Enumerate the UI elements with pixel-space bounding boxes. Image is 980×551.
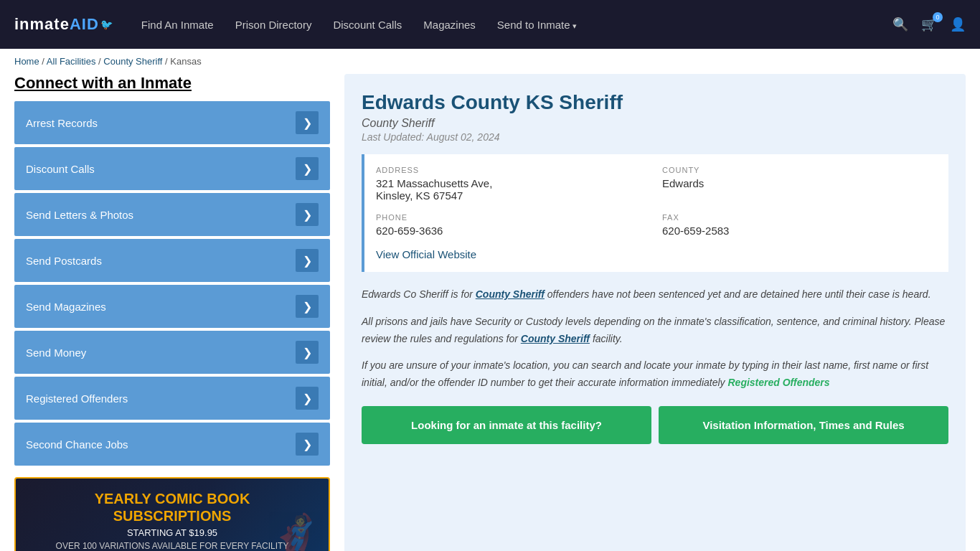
fax-label: FAX bbox=[662, 213, 937, 222]
chevron-right-icon: ❯ bbox=[296, 295, 319, 318]
visitation-button[interactable]: Visitation Information, Times and Rules bbox=[659, 406, 948, 444]
sidebar-item-label: Arrest Records bbox=[26, 117, 98, 129]
chevron-right-icon: ❯ bbox=[296, 433, 319, 456]
sidebar-title: Connect with an Inmate bbox=[14, 74, 330, 93]
fax-block: FAX 620-659-2583 bbox=[662, 213, 937, 237]
logo[interactable]: inmateAID 🐦 bbox=[14, 15, 113, 34]
chevron-right-icon: ❯ bbox=[296, 387, 319, 410]
sidebar: Connect with an Inmate Arrest Records ❯ … bbox=[14, 74, 330, 551]
ad-banner[interactable]: YEARLY COMIC BOOKSUBSCRIPTIONS STARTING … bbox=[14, 477, 330, 551]
nav-send-to-inmate[interactable]: Send to Inmate bbox=[497, 19, 577, 31]
sidebar-item-send-magazines[interactable]: Send Magazines ❯ bbox=[14, 285, 330, 328]
nav-prison-directory[interactable]: Prison Directory bbox=[235, 19, 312, 31]
chevron-right-icon: ❯ bbox=[296, 203, 319, 226]
nav-discount-calls[interactable]: Discount Calls bbox=[333, 19, 402, 31]
sidebar-item-label: Send Money bbox=[26, 347, 86, 359]
facility-title: Edwards County KS Sheriff bbox=[362, 91, 948, 114]
nav-magazines[interactable]: Magazines bbox=[423, 19, 476, 31]
address-label: ADDRESS bbox=[376, 166, 651, 174]
navbar: inmateAID 🐦 Find An Inmate Prison Direct… bbox=[0, 0, 980, 49]
action-buttons: Looking for an inmate at this facility? … bbox=[362, 406, 948, 444]
nav-find-inmate[interactable]: Find An Inmate bbox=[141, 19, 214, 31]
cart-icon-wrapper[interactable]: 🛒 0 bbox=[921, 17, 937, 32]
sidebar-item-label: Registered Offenders bbox=[26, 392, 128, 405]
fax-value: 620-659-2583 bbox=[662, 225, 937, 237]
website-block: View Official Website bbox=[376, 248, 937, 260]
facility-type: County Sheriff bbox=[362, 117, 948, 130]
sidebar-item-label: Second Chance Jobs bbox=[26, 438, 128, 451]
sidebar-item-send-letters[interactable]: Send Letters & Photos ❯ bbox=[14, 193, 330, 236]
chevron-right-icon: ❯ bbox=[296, 157, 319, 180]
facility-updated: Last Updated: August 02, 2024 bbox=[362, 131, 948, 143]
sidebar-item-label: Discount Calls bbox=[26, 163, 95, 175]
sidebar-item-send-postcards[interactable]: Send Postcards ❯ bbox=[14, 239, 330, 282]
county-sheriff-link-1[interactable]: County Sheriff bbox=[476, 288, 545, 300]
county-block: COUNTY Edwards bbox=[662, 166, 937, 202]
info-box: ADDRESS 321 Massachusetts Ave,Kinsley, K… bbox=[362, 154, 948, 272]
phone-value: 620-659-3636 bbox=[376, 225, 651, 237]
nav-links: Find An Inmate Prison Directory Discount… bbox=[141, 19, 892, 31]
sidebar-item-registered-offenders[interactable]: Registered Offenders ❯ bbox=[14, 377, 330, 420]
find-inmate-button[interactable]: Looking for an inmate at this facility? bbox=[362, 406, 651, 444]
breadcrumb-county-sheriff[interactable]: County Sheriff bbox=[103, 56, 162, 67]
chevron-right-icon: ❯ bbox=[296, 341, 319, 364]
phone-block: PHONE 620-659-3636 bbox=[376, 213, 651, 237]
chevron-right-icon: ❯ bbox=[296, 249, 319, 272]
description: Edwards Co Sheriff is for County Sheriff… bbox=[362, 286, 948, 392]
county-sheriff-link-2[interactable]: County Sheriff bbox=[521, 333, 590, 344]
logo-icon: 🐦 bbox=[100, 19, 113, 30]
chevron-right-icon: ❯ bbox=[296, 111, 319, 134]
breadcrumb-kansas: Kansas bbox=[170, 56, 201, 67]
county-value: Edwards bbox=[662, 177, 937, 189]
breadcrumb-home[interactable]: Home bbox=[14, 56, 39, 67]
sidebar-item-discount-calls[interactable]: Discount Calls ❯ bbox=[14, 147, 330, 190]
sidebar-menu: Arrest Records ❯ Discount Calls ❯ Send L… bbox=[14, 101, 330, 466]
website-link[interactable]: View Official Website bbox=[376, 248, 476, 260]
address-block: ADDRESS 321 Massachusetts Ave,Kinsley, K… bbox=[376, 166, 651, 202]
description-para-1: Edwards Co Sheriff is for County Sheriff… bbox=[362, 286, 948, 303]
main-layout: Connect with an Inmate Arrest Records ❯ … bbox=[0, 74, 980, 551]
sidebar-item-label: Send Magazines bbox=[26, 301, 106, 313]
registered-offenders-link[interactable]: Registered Offenders bbox=[727, 377, 829, 388]
search-icon[interactable]: 🔍 bbox=[892, 17, 908, 32]
county-label: COUNTY bbox=[662, 166, 937, 174]
address-value: 321 Massachusetts Ave,Kinsley, KS 67547 bbox=[376, 177, 651, 202]
description-para-3: If you are unsure of your inmate's locat… bbox=[362, 357, 948, 392]
nav-icons: 🔍 🛒 0 👤 bbox=[892, 17, 966, 32]
description-para-2: All prisons and jails have Security or C… bbox=[362, 314, 948, 348]
sidebar-item-second-chance-jobs[interactable]: Second Chance Jobs ❯ bbox=[14, 423, 330, 466]
user-icon[interactable]: 👤 bbox=[950, 17, 966, 32]
sidebar-item-label: Send Postcards bbox=[26, 255, 102, 267]
breadcrumb: Home / All Facilities / County Sheriff /… bbox=[0, 49, 980, 74]
logo-text: inmateAID bbox=[14, 15, 99, 34]
breadcrumb-all-facilities[interactable]: All Facilities bbox=[47, 56, 96, 67]
sidebar-item-label: Send Letters & Photos bbox=[26, 209, 133, 221]
sidebar-item-arrest-records[interactable]: Arrest Records ❯ bbox=[14, 101, 330, 144]
phone-label: PHONE bbox=[376, 213, 651, 222]
sidebar-item-send-money[interactable]: Send Money ❯ bbox=[14, 331, 330, 374]
content-area: Edwards County KS Sheriff County Sheriff… bbox=[344, 74, 966, 551]
cart-badge: 0 bbox=[933, 12, 943, 22]
